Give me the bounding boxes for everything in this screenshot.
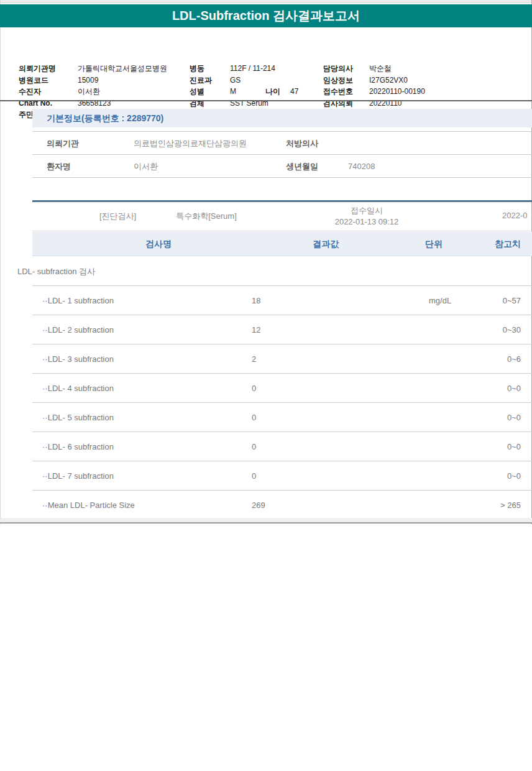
- field-value-clinical-info: I27G52VX0: [369, 75, 408, 85]
- section-divider: [0, 100, 532, 101]
- field-value-age: 47: [290, 86, 298, 96]
- result-reference: 0~6: [443, 344, 521, 374]
- field-value-patient: 이서환: [78, 86, 100, 96]
- result-value: 18: [252, 286, 260, 315]
- field-label-hospital-code: 병원코드: [19, 75, 48, 85]
- result-reference: 0~30: [443, 315, 521, 344]
- field-value-institution: 가톨릭대학교서울성모병원: [78, 63, 167, 73]
- report-title-bar: LDL-Subfraction 검사결과보고서: [0, 4, 532, 27]
- window-top-strip: [0, 0, 532, 3]
- col-header-test-name: 검사명: [109, 232, 208, 256]
- field-value-department: GS: [230, 75, 241, 85]
- field-label-receipt-no: 접수번호: [323, 86, 353, 96]
- result-name: ··LDL- 5 subfraction: [42, 403, 114, 432]
- basic-info-header: 기본정보(등록번호 : 2289770): [32, 109, 532, 127]
- test-section-row: [진단검사] 특수화학[Serum] 접수일시 2022-01-13 09:12…: [32, 200, 532, 231]
- table-row: ··LDL- 7 subfraction 0 0~0: [32, 461, 532, 490]
- field-value-doctor: 박순철: [369, 63, 392, 73]
- basic-label-prescribing-doctor: 처방의사: [286, 132, 318, 155]
- col-header-reference: 참고치: [483, 232, 532, 256]
- receipt-datetime-value: 2022-01-13 09:12: [335, 217, 399, 226]
- report-page: LDL-Subfraction 검사결과보고서 의뢰기관명 가톨릭대학교서울성모…: [0, 0, 532, 771]
- section-category: [진단검사]: [88, 211, 147, 222]
- table-row: 환자명 이서환 생년월일 740208: [32, 155, 532, 178]
- basic-label-birthdate: 생년월일: [286, 155, 318, 178]
- result-name: ··LDL- 6 subfraction: [42, 432, 114, 461]
- patient-info-block: 의뢰기관명 가톨릭대학교서울성모병원 병원코드 15009 수진자 이서환 Ch…: [0, 27, 532, 99]
- table-row: 의뢰기관 의료법인삼광의료재단삼광의원 처방의사: [32, 132, 532, 155]
- result-reference: 0~0: [443, 374, 521, 403]
- basic-value-patient-name: 이서환: [134, 155, 158, 178]
- result-value: 269: [252, 491, 265, 520]
- basic-info-title: 기본정보(등록번호 : 2289770): [32, 109, 532, 127]
- result-value: 2: [252, 344, 256, 374]
- basic-label-patient-name: 환자명: [47, 155, 71, 178]
- basic-value-request-org: 의료법인삼광의료재단삼광의원: [134, 132, 247, 155]
- table-row: ··LDL- 6 subfraction 0 0~0: [32, 432, 532, 461]
- field-value-hospital-code: 15009: [78, 75, 98, 85]
- field-value-sex: M: [230, 86, 236, 96]
- table-row: ··LDL- 3 subfraction 2 0~6: [32, 344, 532, 373]
- table-row: ··Mean LDL- Particle Size 269 > 265: [32, 490, 532, 519]
- field-value-receipt-no: 20220110-00190: [369, 86, 425, 96]
- result-name: ··LDL- 4 subfraction: [42, 374, 114, 403]
- field-value-ward: 112F / 11-214: [230, 63, 275, 73]
- result-value: 0: [252, 432, 256, 461]
- result-value: 0: [252, 403, 256, 432]
- receipt-datetime-label: 접수일시: [351, 206, 383, 215]
- results-table-body: ··LDL- 1 subfraction 18 mg/dL 0~57 ··LDL…: [32, 285, 532, 519]
- result-value: 0: [252, 374, 256, 403]
- field-label-ward: 병동: [190, 63, 204, 73]
- result-name: ··LDL- 7 subfraction: [42, 461, 114, 491]
- table-row: ··LDL- 2 subfraction 12 0~30: [32, 315, 532, 344]
- table-row: ··LDL- 5 subfraction 0 0~0: [32, 402, 532, 432]
- field-label-age: 나이: [265, 86, 280, 96]
- section-test-group: 특수화학[Serum]: [157, 211, 256, 222]
- page-title: LDL-Subfraction 검사결과보고서: [0, 4, 532, 27]
- result-value: 12: [252, 315, 260, 344]
- table-row: ··LDL- 4 subfraction 0 0~0: [32, 373, 532, 402]
- field-label-patient: 수진자: [19, 86, 41, 96]
- result-reference: 0~0: [443, 403, 521, 432]
- result-name: ··Mean LDL- Particle Size: [42, 491, 135, 520]
- test-group-title: LDL- subfraction 검사: [17, 266, 95, 277]
- result-name: ··LDL- 1 subfraction: [42, 286, 114, 315]
- basic-label-request-org: 의뢰기관: [47, 132, 79, 155]
- field-label-clinical-info: 임상정보: [323, 75, 353, 85]
- result-reference: 0~57: [443, 286, 521, 315]
- basic-info-table: 의뢰기관 의료법인삼광의료재단삼광의원 처방의사 환자명 이서환 생년월일 74…: [32, 131, 532, 178]
- field-label-department: 진료과: [190, 75, 212, 85]
- results-table-header: 검사명 결과값 단위 참고치: [32, 232, 532, 256]
- field-label-institution: 의뢰기관명: [19, 63, 56, 73]
- content-bottom-band: [0, 518, 532, 524]
- result-name: ··LDL- 2 subfraction: [42, 315, 114, 344]
- table-row: ··LDL- 1 subfraction 18 mg/dL 0~57: [32, 285, 532, 315]
- result-reference: 0~0: [443, 432, 521, 461]
- section-truncated-datetime: 2022-0: [502, 211, 527, 220]
- basic-value-birthdate: 740208: [348, 155, 375, 178]
- result-value: 0: [252, 461, 256, 491]
- field-label-sex: 성별: [190, 86, 204, 96]
- result-name: ··LDL- 3 subfraction: [42, 344, 114, 374]
- section-receipt-datetime: 접수일시 2022-01-13 09:12: [305, 205, 429, 228]
- col-header-unit: 단위: [409, 232, 459, 256]
- result-reference: > 265: [443, 491, 521, 520]
- field-label-doctor: 담당의사: [323, 63, 353, 73]
- result-reference: 0~0: [443, 461, 521, 491]
- col-header-result-value: 결과값: [288, 232, 363, 256]
